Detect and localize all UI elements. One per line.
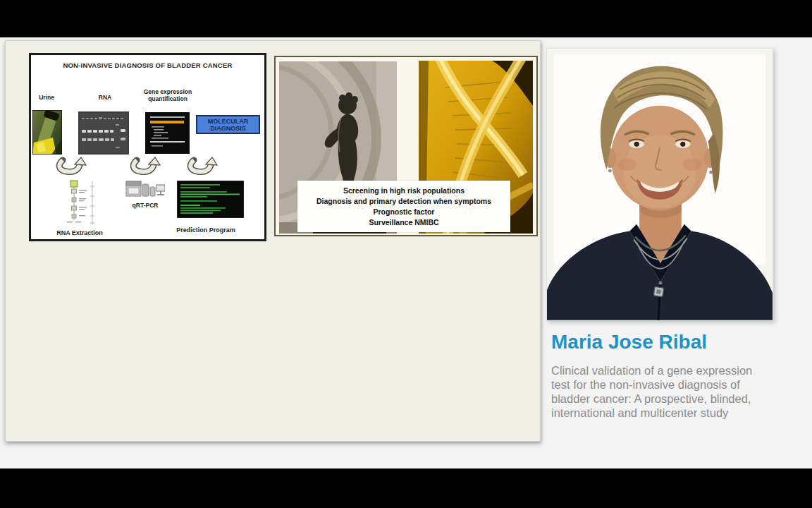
video-stage: NON-INVASIVE DIAGNOSIS OF BLADDER CANCER… xyxy=(0,37,812,468)
gel-electrophoresis-image xyxy=(78,111,129,155)
qrt-pcr-label: qRT-PCR xyxy=(124,202,166,210)
molecular-diagnosis-box: MOLECULAR DIAGNOSIS xyxy=(196,115,260,134)
rna-extraction-diagram xyxy=(64,179,102,227)
top-letterbox-bar xyxy=(0,0,812,37)
qrt-pcr-machine-icon xyxy=(125,179,165,199)
urine-label: Urine xyxy=(31,95,62,102)
slides-panel: NON-INVASIVE DIAGNOSIS OF BLADDER CANCER… xyxy=(5,40,541,442)
gene-expression-screen-image xyxy=(145,112,190,154)
caption-line: Screening in high risk populations xyxy=(297,186,510,195)
prediction-program-label: Prediction Program xyxy=(172,227,240,234)
gene-expression-label: Gene expression quantification xyxy=(142,89,193,102)
flow-arrow-icon xyxy=(186,157,219,175)
slide2-caption-box: Screening in high risk populations Diagn… xyxy=(297,181,510,232)
portrait-illustration xyxy=(547,49,773,320)
caption-line: Diagnosis and primary detection when sym… xyxy=(297,196,510,206)
slide1-title: NON-INVASIVE DIAGNOSIS OF BLADDER CANCER xyxy=(31,61,264,69)
flow-arrow-icon xyxy=(55,157,87,175)
speaker-portrait-photo xyxy=(546,48,773,321)
speaker-name: Maria Jose Ribal xyxy=(551,330,791,354)
prediction-program-terminal xyxy=(177,181,244,218)
talk-title: Clinical validation of a gene expression… xyxy=(551,363,770,420)
slide-thumbnail-photos[interactable]: Screening in high risk populations Diagn… xyxy=(274,56,538,236)
urine-sample-image xyxy=(32,110,62,155)
caption-line: Prognostic factor xyxy=(297,207,510,217)
rna-extraction-label: RNA Extraction xyxy=(49,230,110,237)
flow-arrow-icon xyxy=(129,157,161,175)
caption-line: Surveillance NMIBC xyxy=(297,217,510,227)
rna-label: RNA xyxy=(91,95,119,102)
bottom-letterbox-bar xyxy=(0,468,812,508)
slide-thumbnail-diagram[interactable]: NON-INVASIVE DIAGNOSIS OF BLADDER CANCER… xyxy=(29,53,266,241)
